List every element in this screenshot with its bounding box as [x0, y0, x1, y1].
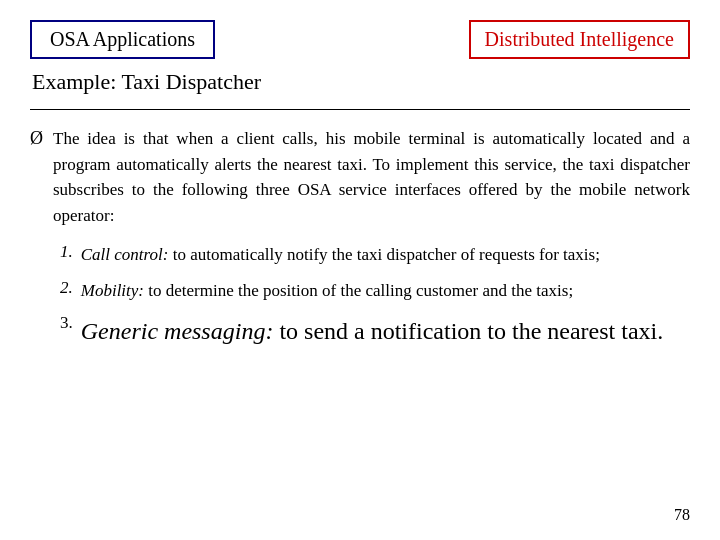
sub-label-2: Mobility:	[81, 281, 144, 300]
slide: OSA Applications Distributed Intelligenc…	[0, 0, 720, 540]
main-bullet: Ø The idea is that when a client calls, …	[30, 126, 690, 228]
sub-item-1: 1. Call control: to automatically notify…	[60, 242, 690, 268]
example-title: Example: Taxi Dispatcher	[32, 69, 690, 95]
page-number: 78	[674, 506, 690, 524]
sub-item-3: 3. Generic messaging: to send a notifica…	[60, 313, 690, 349]
osa-box: OSA Applications	[30, 20, 215, 59]
sub-text-2: Mobility: to determine the position of t…	[81, 278, 573, 304]
sub-number-1: 1.	[60, 242, 73, 262]
osa-label: OSA Applications	[50, 28, 195, 50]
sub-label-1: Call control:	[81, 245, 169, 264]
sub-label-3: Generic messaging:	[81, 318, 274, 344]
sub-number-3: 3.	[60, 313, 73, 333]
sub-list: 1. Call control: to automatically notify…	[60, 242, 690, 303]
header-row: OSA Applications Distributed Intelligenc…	[30, 20, 690, 59]
sub-text-1: Call control: to automatically notify th…	[81, 242, 600, 268]
divider	[30, 109, 690, 110]
main-bullet-text: The idea is that when a client calls, hi…	[53, 126, 690, 228]
sub-number-2: 2.	[60, 278, 73, 298]
distributed-label: Distributed Intelligence	[485, 28, 674, 50]
sub-text-3: Generic messaging: to send a notificatio…	[81, 313, 664, 349]
bullet-symbol: Ø	[30, 128, 43, 149]
distributed-box: Distributed Intelligence	[469, 20, 690, 59]
sub-item-2: 2. Mobility: to determine the position o…	[60, 278, 690, 304]
